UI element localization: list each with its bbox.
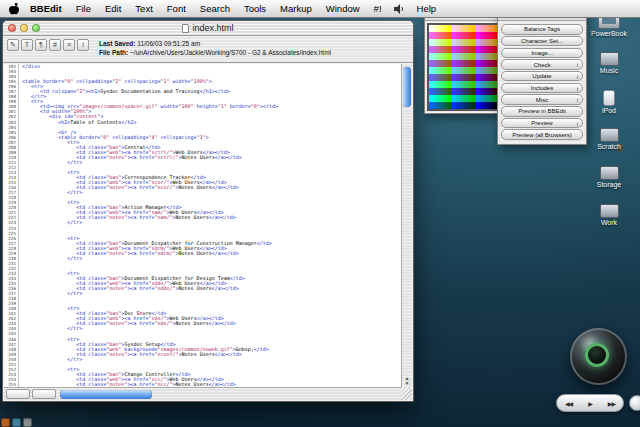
menu-font[interactable]: Font xyxy=(160,3,193,14)
tool-button-label: Balance Tags xyxy=(524,26,560,32)
resize-grip[interactable] xyxy=(401,387,412,400)
file-path-value: ~/unArchive/Users/Jackie/Working/S700 - … xyxy=(130,49,331,56)
last-saved-line: Last Saved: 11/06/03 09:51:25 am xyxy=(99,39,331,48)
color-grid xyxy=(427,23,501,111)
desktop-icon-storage[interactable]: Storage xyxy=(584,166,634,188)
popup-arrows-icon: ↕ xyxy=(576,119,579,129)
desktop-icon-label: Scratch xyxy=(584,143,634,150)
forward-button[interactable]: ▶▶ xyxy=(608,400,615,407)
menu-help[interactable]: Help xyxy=(410,3,444,14)
desktop-icon-work[interactable]: Work xyxy=(584,204,634,226)
toolbar-button-icon[interactable]: i xyxy=(77,39,89,51)
window-title-area: index.html xyxy=(44,23,372,33)
tool-button-label: Includes xyxy=(531,85,553,91)
popup-arrows-icon: ↕ xyxy=(576,84,579,94)
desktop-icon-music[interactable]: Music xyxy=(584,52,634,74)
menu-window[interactable]: Window xyxy=(319,3,367,14)
file-info: Last Saved: 11/06/03 09:51:25 am File Pa… xyxy=(99,39,331,57)
menu-bbedit[interactable]: BBEdit xyxy=(23,3,69,14)
horizontal-scroll-thumb[interactable] xyxy=(60,390,152,399)
media-controls: ◀◀ ▶ ▶▶ xyxy=(556,394,624,412)
tool-button-label: Character Set... xyxy=(521,38,563,44)
toolbar-button-icon[interactable]: # xyxy=(49,39,61,51)
code-text: </tr> xyxy=(19,326,82,331)
play-button[interactable]: ▶ xyxy=(588,400,592,407)
vertical-scroll-thumb[interactable] xyxy=(403,67,411,107)
zoom-button[interactable] xyxy=(32,24,40,32)
last-saved-value: 11/06/03 09:51:25 am xyxy=(137,40,200,47)
popup-arrows-icon: ↕ xyxy=(576,60,579,70)
horizontal-scrollbar[interactable] xyxy=(4,387,401,400)
desktop-icon-ipod[interactable]: iPod xyxy=(584,90,634,114)
menu-markup[interactable]: Markup xyxy=(273,3,319,14)
menu-search[interactable]: Search xyxy=(193,3,237,14)
tool-check[interactable]: Check↕ xyxy=(501,59,583,70)
tool-character-set-[interactable]: Character Set... xyxy=(501,36,583,47)
tool-button-label: Check xyxy=(533,62,550,68)
drive-icon xyxy=(600,52,619,66)
tool-buttons: Balance TagsCharacter Set...Image...Chec… xyxy=(498,21,586,144)
speaker-icon[interactable] xyxy=(394,4,405,14)
file-path-label: File Path: xyxy=(99,49,128,56)
tool-button-label: Update xyxy=(532,73,551,79)
desktop-icon-label: PowerBook xyxy=(584,30,634,37)
code-text: </tr> xyxy=(19,256,82,261)
title-bar[interactable]: index.html xyxy=(3,21,413,36)
menu-edit[interactable]: Edit xyxy=(98,3,128,14)
toolbar-button-icon[interactable]: ≡ xyxy=(63,39,75,51)
rewind-button[interactable]: ◀◀ xyxy=(565,400,572,407)
status-placard[interactable] xyxy=(6,389,30,399)
minimize-button[interactable] xyxy=(20,24,28,32)
corner-icon[interactable] xyxy=(12,418,21,427)
scroll-arrows-icon[interactable]: ▲▼ xyxy=(402,376,412,386)
tool-update[interactable]: Update↕ xyxy=(501,71,583,82)
toolbar-button-icon[interactable]: ¶ xyxy=(35,39,47,51)
tool-balance-tags[interactable]: Balance Tags xyxy=(501,24,583,35)
tool-button-label: Preview xyxy=(531,120,552,126)
tool-includes[interactable]: Includes↕ xyxy=(501,83,583,94)
menu--[interactable]: #! xyxy=(367,3,389,14)
corner-icon[interactable] xyxy=(1,418,10,427)
popup-arrows-icon: ↕ xyxy=(576,95,579,105)
toolbar-button-icon[interactable]: ✎ xyxy=(7,39,19,51)
tool-button-label: Misc xyxy=(536,97,548,103)
code-text: </tr> xyxy=(19,160,82,165)
desktop-icon-label: Work xyxy=(584,219,634,226)
ipod-icon xyxy=(603,90,615,106)
window-title: index.html xyxy=(192,23,233,33)
code-text: <td colspan="2"><h1>Sysdoc Documentation… xyxy=(19,89,230,94)
drive-icon xyxy=(600,204,619,218)
corner-icons xyxy=(1,418,32,427)
tool-preview-in-bbedit[interactable]: Preview in BBEdit xyxy=(501,106,583,117)
tool-preview-all-browsers-[interactable]: Preview (all Browsers) xyxy=(501,129,583,140)
desktop-icon-label: Storage xyxy=(584,181,634,188)
status-placard[interactable] xyxy=(32,389,56,399)
web-safe-colors-palette: Web Safe Colors xyxy=(424,9,504,114)
toolbar-button-icon[interactable]: T xyxy=(21,39,33,51)
menu-tools[interactable]: Tools xyxy=(237,3,273,14)
menu-bar: BBEditFileEditTextFontSearchToolsMarkupW… xyxy=(0,0,640,18)
code-text: </tr> xyxy=(19,220,82,225)
media-knob-button[interactable] xyxy=(629,395,640,411)
close-button[interactable] xyxy=(8,24,16,32)
bbedit-window: index.html ✎T¶#≡i Last Saved: 11/06/03 0… xyxy=(2,20,414,402)
menu-file[interactable]: File xyxy=(69,3,98,14)
menu-text[interactable]: Text xyxy=(128,3,159,14)
editor-toolbar: ✎T¶#≡i Last Saved: 11/06/03 09:51:25 am … xyxy=(3,36,413,63)
tool-button-label: Image... xyxy=(531,50,553,56)
tool-image-[interactable]: Image... xyxy=(501,48,583,59)
code-text: <table border="0" cellpadding="2" cellsp… xyxy=(19,79,212,84)
tool-preview[interactable]: Preview↕ xyxy=(501,118,583,129)
corner-icon[interactable] xyxy=(23,418,32,427)
tool-misc[interactable]: Misc↕ xyxy=(501,94,583,105)
desktop-icon-label: iPod xyxy=(584,107,634,114)
apple-menu-icon[interactable] xyxy=(8,3,19,15)
code-text: </tr> xyxy=(19,291,82,296)
lens-ring-icon xyxy=(585,343,609,367)
popup-arrows-icon: ↕ xyxy=(576,72,579,82)
desktop-icon-label: Music xyxy=(584,67,634,74)
desktop-icon-scratch[interactable]: Scratch xyxy=(584,128,634,150)
document-proxy-icon[interactable] xyxy=(182,24,189,33)
vertical-scrollbar[interactable]: ▲▼ xyxy=(401,64,412,387)
code-editor[interactable]: 192</div>193194195<table border="0" cell… xyxy=(4,64,401,387)
